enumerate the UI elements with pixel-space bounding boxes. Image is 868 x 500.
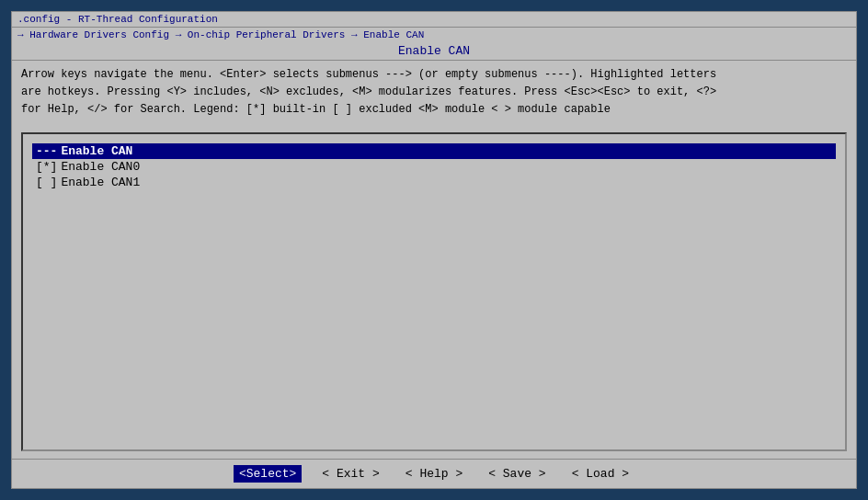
- menu-item-enable-can1[interactable]: [ ] Enable CAN1: [32, 175, 836, 190]
- select-button[interactable]: <Select>: [234, 465, 302, 483]
- content-area: --- Enable CAN [*] Enable CAN0 [ ] Enabl…: [21, 132, 847, 451]
- title-bar: .config - RT-Thread Configuration: [12, 12, 856, 28]
- main-window: .config - RT-Thread Configuration → Hard…: [11, 11, 857, 489]
- load-button[interactable]: < Load >: [566, 465, 634, 483]
- help-line1: Arrow keys navigate the menu. <Enter> se…: [21, 66, 847, 84]
- exit-button[interactable]: < Exit >: [316, 465, 384, 483]
- menu-item-label: Enable CAN: [61, 144, 132, 158]
- menu-item-prefix: [*]: [36, 160, 57, 174]
- menu-item-enable-can-parent[interactable]: --- Enable CAN: [32, 143, 836, 159]
- page-title-bar: Enable CAN: [12, 42, 856, 61]
- breadcrumb: → Hardware Drivers Config → On-chip Peri…: [12, 28, 856, 42]
- bottom-bar: <Select> < Exit > < Help > < Save > < Lo…: [12, 459, 856, 488]
- menu-item-prefix: ---: [36, 144, 57, 158]
- breadcrumb-text: → Hardware Drivers Config → On-chip Peri…: [17, 29, 424, 40]
- save-button[interactable]: < Save >: [483, 465, 551, 483]
- title-text: .config - RT-Thread Configuration: [17, 14, 218, 25]
- help-text: Arrow keys navigate the menu. <Enter> se…: [12, 61, 856, 125]
- help-line3: for Help, </> for Search. Legend: [*] bu…: [21, 101, 847, 119]
- page-title: Enable CAN: [398, 44, 470, 58]
- menu-item-label: Enable CAN1: [61, 176, 140, 189]
- menu-item-label: Enable CAN0: [61, 160, 140, 174]
- menu-item-enable-can0[interactable]: [*] Enable CAN0: [32, 159, 836, 175]
- help-line2: are hotkeys. Pressing <Y> includes, <N> …: [21, 84, 847, 101]
- help-button[interactable]: < Help >: [400, 465, 468, 483]
- menu-item-prefix: [ ]: [36, 176, 57, 189]
